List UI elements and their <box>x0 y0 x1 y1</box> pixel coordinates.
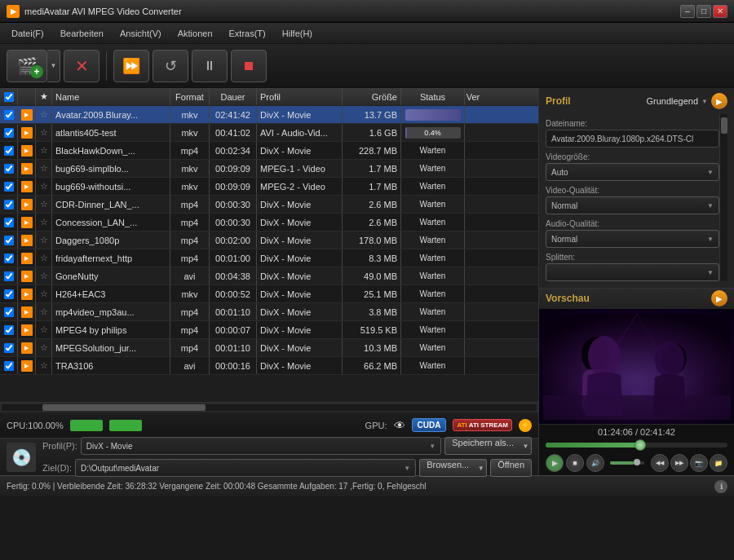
row-star[interactable]: ☆ <box>36 178 52 195</box>
delete-button[interactable]: ✕ <box>64 50 99 82</box>
browse-dropdown-arrow[interactable]: ▼ <box>475 459 487 477</box>
audioquality-select[interactable]: Normal ▼ <box>546 230 719 248</box>
row-checkbox[interactable] <box>4 325 14 335</box>
open-button[interactable]: Öffnen <box>490 459 532 477</box>
split-select[interactable]: ▼ <box>546 263 719 281</box>
save-as-button[interactable]: Speichern als... <box>444 437 520 455</box>
volume-button[interactable]: 🔊 <box>586 454 604 472</box>
row-star[interactable]: ☆ <box>36 339 52 356</box>
row-check[interactable] <box>0 196 18 213</box>
add-file-button[interactable]: 🎬 + <box>7 50 47 82</box>
row-checkbox[interactable] <box>4 182 14 192</box>
time-slider-container[interactable] <box>539 439 734 451</box>
table-row[interactable]: ▶ ☆ Concession_LAN_... mp4 00:00:30 DivX… <box>0 214 538 231</box>
header-status[interactable]: Status <box>401 88 465 105</box>
row-check[interactable] <box>0 142 18 159</box>
h-scroll-thumb[interactable] <box>42 404 206 411</box>
table-row[interactable]: ▶ ☆ CDR-Dinner_LAN_... mp4 00:00:30 DivX… <box>0 196 538 214</box>
menu-bearbeiten[interactable]: Bearbeiten <box>52 26 112 41</box>
row-star[interactable]: ☆ <box>36 160 52 177</box>
add-file-dropdown-button[interactable]: ▼ <box>47 50 60 82</box>
row-star[interactable]: ☆ <box>36 249 52 267</box>
row-check[interactable] <box>0 267 18 284</box>
minimize-button[interactable]: – <box>680 5 695 18</box>
row-checkbox[interactable] <box>4 110 14 120</box>
preview-next-button[interactable]: ▶ <box>711 290 727 306</box>
folder-button[interactable]: 📁 <box>710 454 727 472</box>
row-check[interactable] <box>0 303 18 320</box>
menu-extras[interactable]: Extras(T) <box>221 26 274 41</box>
row-star[interactable]: ☆ <box>36 357 52 374</box>
profile-scroll-thumb[interactable] <box>721 117 727 134</box>
row-checkbox[interactable] <box>4 271 14 281</box>
target-input[interactable]: D:\Output\mediAvatar ▼ <box>75 459 416 477</box>
row-star[interactable]: ☆ <box>36 196 52 213</box>
row-checkbox[interactable] <box>4 289 14 299</box>
header-check[interactable] <box>0 88 18 105</box>
profile-scrollbar[interactable] <box>719 114 727 281</box>
table-row[interactable]: ▶ ☆ Avatar.2009.Bluray... mkv 02:41:42 D… <box>0 106 538 124</box>
table-row[interactable]: ▶ ☆ bug669-withoutsi... mkv 00:09:09 MPE… <box>0 178 538 196</box>
row-checkbox[interactable] <box>4 146 14 156</box>
refresh-button[interactable]: ↺ <box>153 50 188 82</box>
volume-slider-container[interactable] <box>607 461 648 465</box>
table-row[interactable]: ▶ ☆ TRA3106 avi 00:00:16 DivX - Movie 66… <box>0 357 538 375</box>
save-as-dropdown-arrow[interactable]: ▼ <box>520 437 532 455</box>
menu-datei[interactable]: Datei(F) <box>3 26 52 41</box>
next-frame-button[interactable]: ▶▶ <box>670 454 688 472</box>
row-checkbox[interactable] <box>4 128 14 138</box>
row-check[interactable] <box>0 124 18 141</box>
header-size[interactable]: Größe <box>343 88 401 105</box>
row-star[interactable]: ☆ <box>36 124 52 141</box>
table-row[interactable]: ▶ ☆ BlackHawkDown_... mp4 00:02:34 DivX … <box>0 142 538 160</box>
stop-button[interactable]: ⏹ <box>231 50 267 82</box>
header-duration[interactable]: Dauer <box>210 88 257 105</box>
row-checkbox[interactable] <box>4 236 14 245</box>
horizontal-scrollbar[interactable] <box>0 402 538 412</box>
row-checkbox[interactable] <box>4 361 14 371</box>
browse-button[interactable]: Browsen... <box>419 459 475 477</box>
row-check[interactable] <box>0 357 18 374</box>
header-format[interactable]: Format <box>170 88 210 105</box>
row-check[interactable] <box>0 231 18 249</box>
cuda-button[interactable]: CUDA <box>412 418 447 432</box>
time-slider-thumb[interactable] <box>635 439 646 451</box>
table-row[interactable]: ▶ ☆ atlantis405-test mkv 00:41:02 AVI - … <box>0 124 538 142</box>
row-checkbox[interactable] <box>4 254 14 263</box>
status-info-button[interactable]: ℹ <box>714 480 727 493</box>
stop-preview-button[interactable]: ■ <box>566 454 584 472</box>
volume-thumb[interactable] <box>634 459 640 465</box>
row-star[interactable]: ☆ <box>36 303 52 320</box>
row-checkbox[interactable] <box>4 200 14 209</box>
table-row[interactable]: ▶ ☆ mp4video_mp3au... mp4 00:01:10 DivX … <box>0 303 538 321</box>
close-button[interactable]: ✕ <box>713 5 727 18</box>
row-checkbox[interactable] <box>4 164 14 174</box>
row-star[interactable]: ☆ <box>36 106 52 123</box>
table-row[interactable]: ▶ ☆ GoneNutty avi 00:04:38 DivX - Movie … <box>0 267 538 285</box>
row-check[interactable] <box>0 339 18 356</box>
convert-button[interactable]: ⏩ <box>113 50 149 82</box>
row-checkbox[interactable] <box>4 307 14 317</box>
row-check[interactable] <box>0 160 18 177</box>
lightning-button[interactable]: ⚡ <box>519 419 532 432</box>
profile-next-button[interactable]: ▶ <box>711 93 727 109</box>
prev-frame-button[interactable]: ◀◀ <box>651 454 669 472</box>
ati-stream-button[interactable]: ATI ATI STREAM <box>453 419 512 431</box>
row-star[interactable]: ☆ <box>36 267 52 284</box>
header-name[interactable]: Name <box>52 88 170 105</box>
menu-aktionen[interactable]: Aktionen <box>170 26 221 41</box>
table-row[interactable]: ▶ ☆ Daggers_1080p mp4 00:02:00 DivX - Mo… <box>0 231 538 249</box>
screenshot-button[interactable]: 📷 <box>690 454 708 472</box>
row-star[interactable]: ☆ <box>36 231 52 249</box>
row-check[interactable] <box>0 214 18 231</box>
filename-input[interactable]: Avatar.2009.Bluray.1080p.x264.DTS-Cl <box>546 130 719 148</box>
row-check[interactable] <box>0 321 18 338</box>
play-button[interactable]: ▶ <box>546 454 564 472</box>
row-check[interactable] <box>0 106 18 123</box>
select-all-checkbox[interactable] <box>4 92 14 102</box>
row-star[interactable]: ☆ <box>36 214 52 231</box>
row-star[interactable]: ☆ <box>36 142 52 159</box>
row-check[interactable] <box>0 285 18 302</box>
row-checkbox[interactable] <box>4 218 14 227</box>
row-star[interactable]: ☆ <box>36 321 52 338</box>
